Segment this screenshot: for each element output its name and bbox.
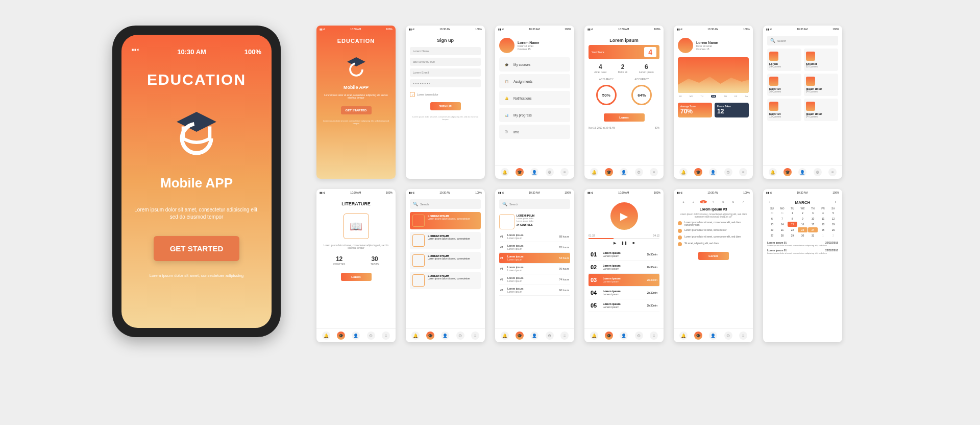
literature-button[interactable]: Lorem [341,273,372,281]
rank-row[interactable]: #4Lorem ipsumLorem ipsum99 hours [499,264,570,274]
calendar-day[interactable]: 1 [818,233,828,238]
tab-gear-icon[interactable]: ⚙ [546,168,554,176]
tab-gear-icon[interactable]: ⚙ [456,332,464,340]
calendar-day[interactable]: 29 [788,233,797,238]
agenda-item[interactable]: Lorem ipsum 0122/02/2018Lorem ipsum dolo… [767,241,838,247]
lesson-row[interactable]: 03Lorem ipsumLorem ipsum2h 30min [589,274,659,287]
tab-user-icon[interactable]: 👤 [798,168,806,176]
category-card[interactable]: Ipsum dolor24 Courses [804,74,838,96]
play-icon[interactable]: ▶ [614,241,616,245]
tab-bell-icon[interactable]: 🔔 [590,168,598,176]
tab-grad-icon[interactable]: 🎓 [783,168,792,176]
calendar-day[interactable]: 15 [788,222,797,227]
category-card[interactable]: Dolor sit12 Courses [767,99,801,121]
name-input[interactable]: Lorem Name [410,47,481,55]
calendar-day[interactable]: 16 [798,222,807,227]
prev-month-icon[interactable]: ‹ [769,200,770,204]
rank-row[interactable]: #3Lorem ipsumLorem ipsum53 hours [499,253,570,264]
menu-item[interactable]: ⓘInfo [499,125,570,139]
calendar-day[interactable]: 20 [767,227,777,232]
lesson-row[interactable]: 04Lorem ipsumLorem ipsum2h 30min [589,287,659,299]
tab-user-icon[interactable]: 👤 [620,332,628,340]
tab-menu-icon[interactable]: ≡ [739,168,747,176]
day-pill[interactable]: 7 [740,200,747,203]
menu-item[interactable]: 📋Assignments [499,74,570,88]
tab-menu-icon[interactable]: ≡ [650,332,658,340]
score-button[interactable]: Lorem [604,113,645,122]
calendar-day[interactable]: 7 [777,216,787,221]
password-input[interactable]: • • • • • • • • • • [410,79,481,87]
lesson-row[interactable]: 02Lorem ipsumLorem ipsum2h 30min [589,261,659,274]
quiz-button[interactable]: Lorem [698,252,729,260]
calendar-day[interactable]: 22 [788,227,797,232]
next-month-icon[interactable]: › [835,200,836,204]
tab-menu-icon[interactable]: ≡ [650,168,658,176]
menu-item[interactable]: 📊My progress [499,108,570,122]
tab-grad-icon[interactable]: 🎓 [516,168,524,176]
tab-gear-icon[interactable]: ⚙ [635,168,643,176]
tab-bell-icon[interactable]: 🔔 [411,332,420,340]
tab-user-icon[interactable]: 👤 [530,168,538,176]
agenda-item[interactable]: Lorem ipsum 0122/02/2018Lorem ipsum dolo… [767,249,838,254]
progress-track[interactable] [589,238,659,239]
calendar-day[interactable]: 23 [798,227,807,232]
tab-bell-icon[interactable]: 🔔 [501,332,509,340]
subject-card[interactable]: LOREM IPSUMLorem ipsum dolor sit amet, c… [410,212,481,229]
menu-item[interactable]: 🔔Notifications [499,91,570,105]
calendar-day[interactable]: 11 [818,216,828,221]
agree-checkbox[interactable]: ✓ [410,92,415,97]
tab-gear-icon[interactable]: ⚙ [814,168,822,176]
category-card[interactable]: Sit amet33 Courses [804,49,838,71]
calendar-day[interactable]: 25 [818,227,828,232]
tab-gear-icon[interactable]: ⚙ [635,332,643,340]
tab-bell-icon[interactable]: 🔔 [501,168,509,176]
calendar-day[interactable]: 31 [808,233,818,238]
calendar-day[interactable]: 1 [788,210,797,216]
search-input[interactable]: 🔍Search [410,199,481,209]
tab-user-icon[interactable]: 👤 [709,332,717,340]
tab-bell-icon[interactable]: 🔔 [322,332,330,340]
tab-user-icon[interactable]: 👤 [709,168,717,176]
calendar-day[interactable]: 2 [828,233,838,238]
tab-menu-icon[interactable]: ≡ [382,332,390,340]
day-pill[interactable]: 5 [720,200,727,203]
email-input[interactable]: Lorem Email [410,68,481,77]
tab-bell-icon[interactable]: 🔔 [679,332,688,340]
calendar-day[interactable]: 4 [818,210,828,216]
calendar-day[interactable]: 6 [767,216,777,221]
tab-gear-icon[interactable]: ⚙ [724,332,732,340]
tab-menu-icon[interactable]: ≡ [560,168,569,176]
category-card[interactable]: Ipsum dolor24 Courses [804,99,838,121]
calendar-day[interactable]: 27 [767,233,777,238]
rank-row[interactable]: #5Lorem ipsumLorem ipsum74 hours [499,274,570,285]
calendar-day[interactable]: 17 [808,222,818,227]
calendar-day[interactable]: 13 [767,222,777,227]
menu-item[interactable]: 🎓My courses [499,57,570,72]
calendar-day[interactable]: 26 [828,227,838,232]
calendar-day[interactable]: 5 [828,210,838,216]
tab-user-icon[interactable]: 👤 [352,332,360,340]
tab-bell-icon[interactable]: 🔔 [679,168,688,176]
subject-card[interactable]: LOREM IPSUMLorem ipsum dolor sit amet, c… [410,272,481,289]
tab-user-icon[interactable]: 👤 [530,332,538,340]
phone-input[interactable]: 380 00 00 00 000 [410,58,481,66]
day-pill[interactable]: 6 [730,200,737,203]
search-input[interactable]: 🔍Search [499,199,570,209]
tab-grad-icon[interactable]: 🎓 [605,332,613,340]
tab-grad-icon[interactable]: 🎓 [516,332,524,340]
calendar-day[interactable]: 21 [777,227,787,232]
profile-header[interactable]: Lorem NameDolor sit ametCourses 15 [499,36,570,57]
category-card[interactable]: Dolor sit30 Courses [767,74,801,96]
get-started-button[interactable]: GET STARTED [154,236,240,261]
day-pill[interactable]: 4 [710,200,717,203]
calendar-day[interactable]: 2 [798,210,807,216]
tab-grad-icon[interactable]: 🎓 [337,332,345,340]
tab-grad-icon[interactable]: 🎓 [426,332,434,340]
get-started-button[interactable]: GET STARTED [341,106,372,114]
tab-grad-icon[interactable]: 🎓 [694,168,702,176]
stop-icon[interactable]: ■ [632,241,634,245]
calendar-day[interactable]: 9 [798,216,807,221]
tab-user-icon[interactable]: 👤 [620,168,628,176]
tab-gear-icon[interactable]: ⚙ [546,332,554,340]
quiz-option[interactable]: Sit amet, adipiscing elit, sed diam [678,242,749,246]
